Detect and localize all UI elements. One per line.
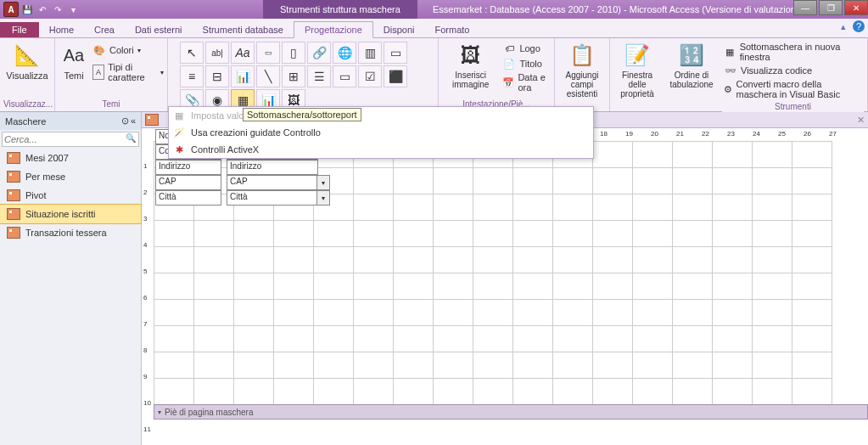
- close-form-icon[interactable]: ✕: [854, 114, 866, 126]
- tab-dati-esterni[interactable]: Dati esterni: [125, 22, 193, 37]
- nav-search: 🔍: [0, 130, 141, 149]
- optiongroup-control[interactable]: ▭: [384, 42, 407, 64]
- ribbon-tabs: File Home Crea Dati esterni Strumenti da…: [0, 19, 868, 38]
- imposta-valori-item: ▦Imposta valori predefiniti del controll…: [169, 107, 593, 124]
- nav-item-label: Situazione iscritti: [25, 209, 96, 219]
- design-canvas: ✕ 12345678910111213141516171819202122232…: [142, 112, 868, 445]
- visualizza-button[interactable]: 📐 Visualizza: [4, 40, 49, 82]
- activex-item[interactable]: ✱Controlli ActiveX: [169, 141, 593, 158]
- navigation-pane: Maschere ⊙« 🔍 Mesi 2007Per mesePivotSitu…: [0, 112, 142, 445]
- data-ora-button[interactable]: 📅Data e ora: [502, 72, 549, 93]
- rectangle-control[interactable]: ▭: [333, 65, 356, 87]
- group-visualizzazioni: Visualizzaz...: [3, 99, 51, 110]
- undo-icon[interactable]: ↶: [36, 3, 49, 16]
- nav-header[interactable]: Maschere ⊙«: [0, 112, 141, 130]
- sottomaschera-finestra-button[interactable]: ▦Sottomaschera in nuova finestra: [724, 42, 862, 62]
- footer-section-bar[interactable]: Piè di pagina maschera: [154, 404, 868, 420]
- nav-collapse-icon[interactable]: «: [131, 115, 136, 127]
- field-bound[interactable]: Città: [227, 190, 318, 206]
- search-input[interactable]: [2, 132, 139, 147]
- combo-dropdown-icon[interactable]: ▾: [316, 190, 330, 206]
- toggle-control[interactable]: ⊞: [282, 65, 305, 87]
- tab-crea[interactable]: Crea: [84, 22, 125, 37]
- qat-dropdown-icon[interactable]: ▾: [66, 3, 80, 16]
- titolo-button[interactable]: 📄Titolo: [502, 57, 549, 70]
- finestra-proprieta-button[interactable]: 📝 Finestra delle proprietà: [613, 40, 661, 100]
- workspace: Maschere ⊙« 🔍 Mesi 2007Per mesePivotSitu…: [0, 112, 868, 445]
- nav-item-label: Pivot: [25, 190, 46, 200]
- group-temi: Temi: [59, 99, 164, 110]
- wizard-icon: 🪄: [172, 126, 186, 139]
- colori-button[interactable]: 🎨Colori▾: [92, 43, 164, 57]
- tab-order-icon: 🔢: [678, 42, 705, 69]
- nav-item[interactable]: Pivot: [0, 186, 141, 205]
- nav-item[interactable]: Situazione iscritti: [0, 204, 142, 224]
- field-bound[interactable]: Indirizzo: [227, 160, 318, 175]
- insert-image-icon: 🖼: [457, 42, 484, 69]
- tab-file[interactable]: File: [0, 22, 39, 37]
- contextual-tab-title: Strumenti struttura maschera: [263, 0, 417, 19]
- maximize-button[interactable]: ❐: [819, 0, 843, 15]
- minimize-button[interactable]: —: [793, 0, 817, 15]
- form-design-surface[interactable]: NomeNomeCognomeCognomeIndirizzoIndirizzo…: [154, 141, 868, 445]
- combo-dropdown-icon[interactable]: ▾: [316, 175, 330, 190]
- tab-progettazione[interactable]: Progettazione: [294, 21, 373, 38]
- nav-item-label: Transazioni tessera: [25, 228, 107, 238]
- help-icon[interactable]: ?: [853, 20, 865, 32]
- button-control[interactable]: ▭: [256, 42, 280, 64]
- tab-control[interactable]: ▯: [282, 42, 305, 64]
- inserisci-immagine-button[interactable]: 🖼 Inserisci immagine: [442, 40, 499, 94]
- tab-formato[interactable]: Formato: [425, 22, 480, 37]
- themes-icon: Aa: [60, 42, 87, 69]
- redo-icon[interactable]: ↷: [51, 3, 64, 16]
- caratteri-button[interactable]: ATipi di carattere▾: [92, 62, 164, 82]
- ordine-tab-button[interactable]: 🔢 Ordine di tabulazione: [668, 40, 715, 91]
- logo-button[interactable]: 🏷Logo: [502, 42, 549, 55]
- add-fields-icon: 📋: [568, 42, 596, 69]
- view-icon: 📐: [14, 42, 41, 69]
- controls-gallery: ↖ ab| Aa ▭ ▯ 🔗 🌐 ▥ ▭ ≡ ⊟ 📊 ╲ ⊞ ☰ ▭ ☑ ⬛ 📎…: [178, 40, 428, 113]
- search-icon[interactable]: 🔍: [126, 133, 136, 143]
- label-control[interactable]: Aa: [231, 42, 255, 64]
- tab-home[interactable]: Home: [39, 22, 84, 37]
- combobox-control[interactable]: ⊟: [205, 65, 229, 87]
- nav-filter-icon[interactable]: ⊙: [121, 115, 129, 127]
- field-label[interactable]: CAP: [155, 175, 221, 190]
- tab-strumenti-db[interactable]: Strumenti database: [193, 22, 294, 37]
- properties-icon: 📝: [624, 42, 651, 69]
- navigation-control[interactable]: ▥: [358, 42, 382, 64]
- title-icon: 📄: [502, 57, 516, 70]
- aggiungi-campi-button[interactable]: 📋 Aggiungi campi esistenti: [558, 40, 606, 100]
- field-label[interactable]: Indirizzo: [155, 160, 221, 175]
- chart-control[interactable]: 📊: [231, 65, 255, 87]
- textbox-control[interactable]: ab|: [205, 42, 229, 64]
- defaults-icon: ▦: [172, 109, 186, 122]
- pagebreak-control[interactable]: ≡: [180, 65, 204, 87]
- form-tab-icon: [145, 114, 159, 126]
- save-icon[interactable]: 💾: [20, 3, 34, 16]
- form-icon: [7, 227, 20, 239]
- ribbon: 📐 Visualizza Visualizzaz... Aa Temi 🎨Col…: [0, 38, 868, 112]
- converti-macro-button[interactable]: ⚙Converti macro della maschera in Visual…: [724, 79, 862, 99]
- field-bound[interactable]: CAP: [227, 175, 318, 190]
- webbrowser-control[interactable]: 🌐: [333, 42, 356, 64]
- minimize-ribbon-icon[interactable]: ▴: [837, 20, 849, 32]
- nav-item[interactable]: Per mese: [0, 167, 141, 186]
- visualizza-codice-button[interactable]: 👓Visualizza codice: [724, 64, 862, 77]
- access-icon: A: [3, 2, 19, 17]
- nav-item[interactable]: Mesi 2007: [0, 149, 141, 167]
- listbox-control[interactable]: ☰: [307, 65, 331, 87]
- form-icon: [7, 171, 20, 183]
- close-button[interactable]: ✕: [844, 0, 868, 15]
- tab-disponi[interactable]: Disponi: [373, 22, 425, 37]
- form-icon: [7, 152, 20, 164]
- link-control[interactable]: 🔗: [307, 42, 331, 64]
- pointer-control[interactable]: ↖: [180, 42, 204, 64]
- unbound-control[interactable]: ⬛: [384, 65, 407, 87]
- checkbox-control[interactable]: ☑: [358, 65, 382, 87]
- creazioni-guidate-item[interactable]: 🪄Usa creazioni guidate Controllo: [169, 124, 593, 141]
- field-label[interactable]: Città: [155, 190, 221, 206]
- line-control[interactable]: ╲: [256, 65, 280, 87]
- nav-item[interactable]: Transazioni tessera: [0, 223, 141, 242]
- temi-button[interactable]: Aa Temi: [59, 40, 89, 82]
